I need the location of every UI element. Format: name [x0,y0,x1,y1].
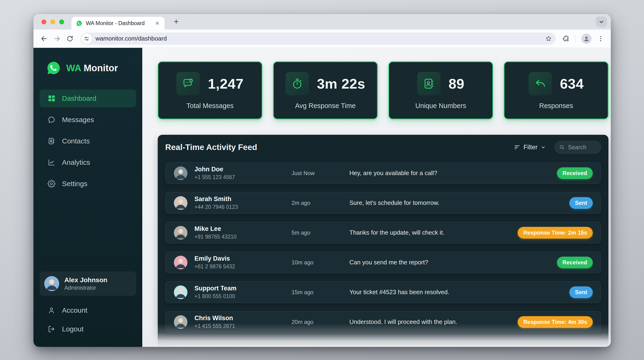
whatsapp-favicon [76,20,82,27]
sidebar-item-contacts[interactable]: Contacts [40,132,136,150]
logout-icon [48,325,56,333]
browser-tab-strip: WA Monitor - Dashboard [34,14,611,30]
stat-label: Total Messages [186,102,234,110]
close-tab-icon[interactable] [155,21,160,26]
feed-title: Real-Time Activity Feed [165,142,514,152]
sidebar-item-analytics[interactable]: Analytics [40,153,136,171]
new-tab-button[interactable] [173,18,180,25]
sidebar-item-dashboard[interactable]: Dashboard [40,90,136,107]
chevron-down-icon [598,19,604,25]
minimize-window-button[interactable] [50,20,55,24]
feed-row[interactable]: Emily Davis+61 2 9876 5432 10m ago Can y… [165,252,601,273]
tab-title: WA Monitor - Dashboard [86,20,155,27]
sidebar-item-messages[interactable]: Messages [40,111,136,129]
status-badge: Received [557,257,593,268]
sidebar-nav: Dashboard Messages Contacts [34,90,142,193]
search-box[interactable] [554,141,601,153]
message-text: Can you send me the report? [350,259,557,266]
stat-label: Unique Numbers [415,102,466,110]
chevron-down-icon [540,145,546,150]
brand: WAMonitor [34,48,142,75]
sidebar-item-label: Messages [62,116,94,124]
bookmark-star-icon[interactable] [545,35,552,42]
maximize-window-button[interactable] [59,20,64,24]
stat-value: 1,247 [208,76,244,92]
main-content: 1,247 Total Messages 3m 22s Avg Response… [142,48,611,347]
sidebar-item-settings[interactable]: Settings [40,175,136,193]
feed-row[interactable]: John Doe+1 555 123 4567 Just Now Hey, ar… [165,162,601,184]
contact-phone: +61 2 9876 5432 [194,263,292,270]
status-badge: Sent [569,286,593,298]
contact-phone: +1 800 555 0100 [194,293,292,299]
avatar [174,285,188,299]
message-time: 5m ago [292,230,350,236]
profile-avatar-icon[interactable] [581,34,592,44]
message-time: Just Now [292,170,350,176]
back-icon[interactable] [40,35,48,43]
message-check-icon [176,72,200,95]
feed-row[interactable]: Sarah Smith+44 20 7946 0123 2m ago Sure,… [165,192,601,214]
feed-rows: John Doe+1 555 123 4567 Just Now Hey, ar… [165,162,601,347]
address-bar[interactable]: wamonitor.com/dashboard [80,33,556,45]
sidebar-item-logout[interactable]: Logout [40,321,136,337]
menu-dots-icon[interactable] [597,35,604,42]
message-text: Hey, are you available for a call? [350,169,557,177]
stopwatch-icon [286,72,309,95]
close-window-button[interactable] [42,20,46,24]
chat-bubble-icon [48,116,56,124]
contact-identity: Chris Wilson+1 415 555 2671 [194,314,292,329]
avatar [44,276,59,291]
contact-name: Emily Davis [194,255,292,262]
avatar [174,226,188,240]
url-text[interactable]: wamonitor.com/dashboard [96,35,545,42]
dashboard-grid-icon [48,94,56,102]
contact-name: John Doe [194,166,292,173]
activity-feed-panel: Real-Time Activity Feed Filter [158,135,608,347]
user-card[interactable]: Alex Johnson Administrator [40,271,136,296]
sidebar-item-label: Settings [62,180,87,188]
feed-row[interactable]: Support Team+1 800 555 0100 15m ago Your… [165,281,601,303]
filter-lines-icon [514,144,520,150]
site-settings-icon[interactable] [82,34,92,44]
forward-icon[interactable] [53,35,61,43]
contact-phone: +91 98765 43210 [194,234,292,240]
tab-list-button[interactable] [596,17,607,27]
contact-phone: +1 415 555 2671 [194,323,292,329]
contact-name: Mike Lee [194,225,292,233]
feed-row[interactable]: Mike Lee+91 98765 43210 5m ago Thanks fo… [165,222,601,244]
stat-value: 3m 22s [317,76,365,92]
feed-row[interactable]: Chris Wilson+1 415 555 2671 20m ago Unde… [165,311,601,333]
stat-value: 89 [448,76,464,92]
reload-icon[interactable] [66,35,74,42]
avatar [174,315,188,329]
contact-identity: Sarah Smith+44 20 7946 0123 [194,196,292,210]
gear-icon [48,180,56,188]
search-icon [559,144,565,150]
message-time: 10m ago [292,259,350,266]
sidebar-item-label: Analytics [62,158,90,166]
sidebar-item-label: Logout [62,325,84,333]
feed-row-partial[interactable]: Emily Davis [165,341,601,347]
stat-value: 634 [560,76,584,92]
brand-name: WAMonitor [66,63,118,73]
stat-card-unique-numbers: 89 Unique Numbers [388,61,493,119]
browser-window: WA Monitor - Dashboard wamo [34,14,611,347]
sidebar-item-label: Account [62,306,87,314]
avatar [174,256,188,269]
user-info: Alex Johnson Administrator [64,276,108,291]
status-badge: Response Time: 2m 15s [518,227,593,239]
whatsapp-logo-icon [46,61,61,75]
extensions-puzzle-icon[interactable] [562,35,570,42]
reply-arrow-icon [529,72,552,95]
contact-book-icon [48,137,56,145]
browser-tab[interactable]: WA Monitor - Dashboard [71,17,164,30]
stat-card-avg-response-time: 3m 22s Avg Response Time [273,61,378,119]
filter-dropdown[interactable]: Filter [514,144,546,151]
message-time: 20m ago [292,319,350,325]
stat-label: Responses [539,102,573,110]
user-role: Administrator [64,285,108,291]
feed-header: Real-Time Activity Feed Filter [165,135,601,157]
search-input[interactable] [568,144,595,151]
contact-identity: John Doe+1 555 123 4567 [194,166,292,181]
sidebar-item-account[interactable]: Account [40,302,136,319]
